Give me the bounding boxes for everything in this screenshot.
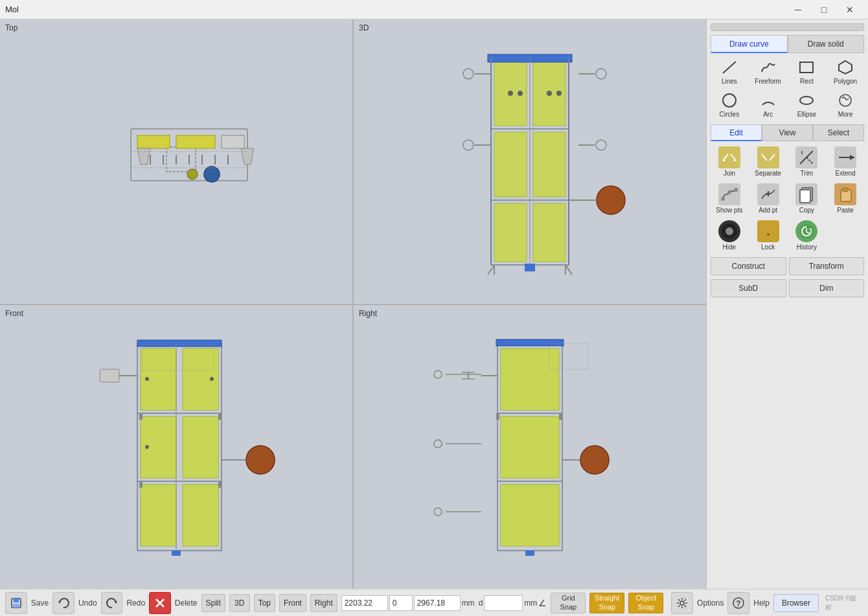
viewport-right[interactable]: Right <box>354 305 706 589</box>
d-group: d mm ∠ <box>479 595 547 611</box>
showpts-label: Show pts <box>716 207 742 214</box>
draw-curve-tab[interactable]: Draw curve <box>711 35 788 53</box>
svg-point-100 <box>723 94 736 107</box>
tool-circles[interactable]: Circles <box>711 89 748 120</box>
svg-point-39 <box>597 186 625 214</box>
rect-icon <box>797 58 816 76</box>
close-button[interactable]: ✕ <box>837 0 863 19</box>
action-grid: Join Separate <box>711 144 864 253</box>
object-snap-button[interactable]: Object Snap <box>628 593 663 613</box>
coord-y-input[interactable] <box>389 595 413 611</box>
action-hide[interactable]: Hide <box>711 218 748 253</box>
transform-button[interactable]: Transform <box>789 257 865 275</box>
panel-scrollbar[interactable] <box>711 23 864 31</box>
more-curves-icon <box>836 91 855 109</box>
svg-rect-5 <box>176 135 215 148</box>
svg-point-114 <box>721 197 725 201</box>
svg-point-88 <box>434 371 442 378</box>
viewport-front[interactable]: Front <box>0 305 352 589</box>
browser-button[interactable]: Browser <box>773 594 819 612</box>
svg-rect-4 <box>137 135 170 148</box>
svg-point-46 <box>508 91 513 96</box>
svg-point-49 <box>556 91 562 96</box>
history-icon <box>795 220 817 242</box>
save-button[interactable] <box>5 592 27 614</box>
coord-x-input[interactable] <box>341 595 388 611</box>
svg-point-102 <box>839 95 851 106</box>
tool-rect[interactable]: Rect <box>788 56 826 87</box>
d-input[interactable] <box>484 595 523 611</box>
action-showpts[interactable]: Show pts <box>711 181 748 216</box>
action-trim[interactable]: Trim <box>788 144 826 179</box>
action-extend[interactable]: Extend <box>827 144 864 179</box>
select-tab[interactable]: Select <box>813 124 864 141</box>
watermark: CSDN ©版权 <box>825 594 863 612</box>
svg-line-143 <box>678 599 680 601</box>
straight-snap-button[interactable]: Straight Snap <box>589 593 624 613</box>
object-snap-label: Object <box>635 594 656 602</box>
viewport-3d[interactable]: 3D <box>354 19 706 304</box>
action-join[interactable]: Join <box>711 144 748 179</box>
svg-rect-41 <box>525 264 535 271</box>
svg-line-104 <box>731 154 736 161</box>
tool-more[interactable]: More <box>827 89 864 120</box>
draw-solid-tab[interactable]: Draw solid <box>788 35 865 53</box>
svg-rect-133 <box>13 604 19 608</box>
split-button[interactable]: Split <box>201 594 225 612</box>
extend-label: Extend <box>836 170 856 177</box>
svg-rect-77 <box>501 416 559 478</box>
svg-point-67 <box>145 445 149 449</box>
help-button[interactable]: ? <box>727 592 749 614</box>
options-button[interactable] <box>671 592 693 614</box>
svg-marker-7 <box>137 148 150 165</box>
tool-polygon[interactable]: Polygon <box>827 56 864 87</box>
svg-line-145 <box>685 599 687 601</box>
svg-rect-70 <box>139 413 143 420</box>
ellipse-icon <box>797 91 816 109</box>
coord-z-input[interactable] <box>414 595 461 611</box>
right-button[interactable]: Right <box>310 594 337 612</box>
svg-point-48 <box>547 91 552 96</box>
front-button[interactable]: Front <box>279 594 306 612</box>
viewport-top[interactable]: Top <box>0 19 352 304</box>
tool-lines[interactable]: Lines <box>711 56 748 87</box>
action-lock[interactable]: Lock <box>749 218 787 253</box>
svg-rect-120 <box>800 190 810 203</box>
delete-button[interactable] <box>149 592 171 614</box>
grid-snap-button[interactable]: Grid Snap <box>551 593 586 613</box>
svg-rect-122 <box>843 188 848 192</box>
tool-freeform[interactable]: Freeform <box>749 56 787 87</box>
undo-button[interactable] <box>52 592 74 614</box>
svg-rect-96 <box>559 413 562 420</box>
svg-point-101 <box>800 97 813 104</box>
svg-text:?: ? <box>737 599 741 608</box>
svg-point-116 <box>734 188 738 192</box>
lock-label: Lock <box>761 244 775 251</box>
minimize-button[interactable]: ─ <box>785 0 811 19</box>
subd-button[interactable]: SubD <box>711 279 786 297</box>
app-title: Mol <box>5 5 19 14</box>
tool-arc[interactable]: Arc <box>749 89 787 120</box>
edit-tab[interactable]: Edit <box>711 124 762 141</box>
top-button[interactable]: Top <box>254 594 275 612</box>
action-separate[interactable]: Separate <box>749 144 787 179</box>
construct-button[interactable]: Construct <box>711 257 786 275</box>
maximize-button[interactable]: □ <box>811 0 837 19</box>
svg-point-36 <box>463 140 474 150</box>
svg-point-47 <box>518 91 523 96</box>
action-history[interactable]: History <box>788 218 826 253</box>
d-label: d <box>479 599 483 608</box>
3d-button[interactable]: 3D <box>229 594 250 612</box>
action-copy[interactable]: Copy <box>788 181 826 216</box>
dim-button[interactable]: Dim <box>789 279 865 297</box>
action-paste[interactable]: Paste <box>827 181 864 216</box>
svg-point-64 <box>246 446 275 474</box>
action-addpt[interactable]: Add pt <box>749 181 787 216</box>
svg-rect-24 <box>533 203 565 262</box>
redo-button[interactable] <box>101 592 123 614</box>
view-tab[interactable]: View <box>762 124 813 141</box>
svg-rect-73 <box>218 481 222 488</box>
coordinate-group: mm <box>341 595 475 611</box>
freeform-icon <box>759 58 778 76</box>
tool-ellipse[interactable]: Ellipse <box>788 89 826 120</box>
